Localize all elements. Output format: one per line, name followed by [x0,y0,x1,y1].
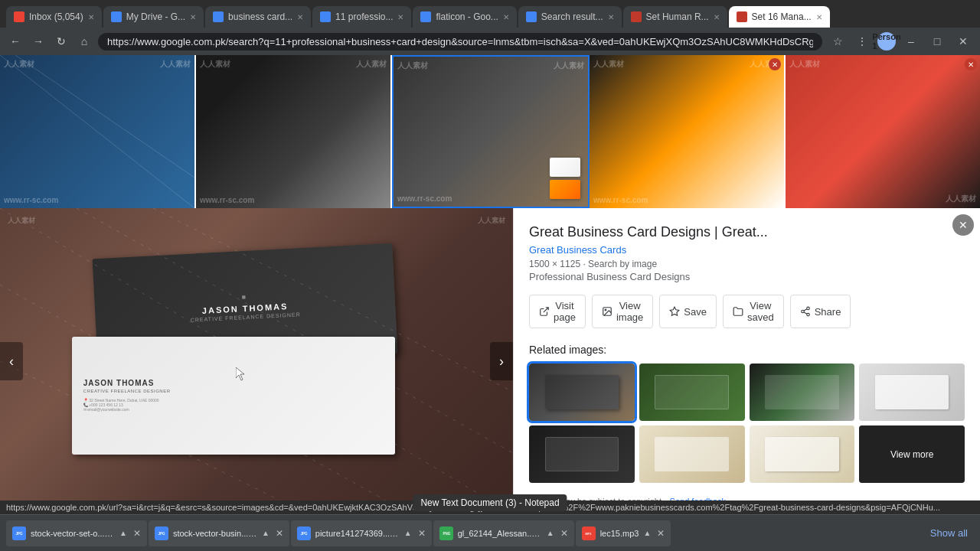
tab-close-gmail[interactable]: ✕ [88,13,94,21]
tab-label-set16: Set 16 Mana... [752,11,812,22]
related-thumb-7[interactable] [750,425,855,483]
svg-text:JPG: JPG [300,532,308,536]
tab-favicon-search [526,11,537,22]
tab-sethr[interactable]: Set Human R... ✕ [623,6,727,28]
related-thumb-view-more[interactable]: View more [859,425,965,483]
detail-image-container: ■ JASON THOMAS CREATIVE FREELANCE DESIGN… [0,208,513,514]
download-icon-2: JPG [155,527,168,540]
download-arrow-2[interactable]: ▲ [262,529,270,537]
address-input[interactable] [98,33,822,51]
watermark-tl-4: 人人素材 [593,59,624,70]
tab-favicon-flaticon [420,11,431,22]
settings-icon[interactable]: ⋮ [851,31,873,52]
tab-gmail[interactable]: Inbox (5,054) ✕ [6,6,102,28]
main-content: 人人素材 人人素材 www.rr-sc.com 人人素材 人人素材 www.rr… [0,55,980,514]
external-link-icon [539,306,550,317]
svg-marker-9 [671,308,680,316]
bookmark-icon [669,306,680,317]
close-window-button[interactable]: ✕ [952,31,974,52]
tab-search[interactable]: Search result... ✕ [518,6,622,28]
tab-close-flaticon[interactable]: ✕ [503,13,509,21]
tab-flaticon[interactable]: flaticon - Goo... ✕ [413,6,516,28]
tab-close-set16[interactable]: ✕ [816,13,822,21]
bookmark-icon[interactable]: ☆ [827,31,848,52]
download-item-5[interactable]: MP3 lec15.mp3 ▲ ✕ [576,520,671,546]
grid-image-1[interactable]: 人人素材 人人素材 www.rr-sc.com [0,55,196,208]
delete-icon-5[interactable]: ✕ [965,58,977,70]
detail-image[interactable]: ■ JASON THOMAS CREATIVE FREELANCE DESIGN… [0,208,513,514]
maximize-button[interactable]: □ [926,31,948,52]
download-icon-4: PNG [439,527,453,540]
download-item-1[interactable]: JPG stock-vector-set-o....jpg ▲ ✕ [6,520,147,546]
tab-bcard[interactable]: business card... ✕ [205,6,311,28]
download-close-1[interactable]: ✕ [133,528,141,539]
address-bar: ← → ↻ ⌂ ☆ ⋮ Person 1 – □ ✕ [0,28,980,55]
download-close-4[interactable]: ✕ [560,528,568,539]
download-close-3[interactable]: ✕ [418,528,426,539]
tab-label-drive: My Drive - G... [126,11,185,22]
tab-label-sethr: Set Human R... [646,11,709,22]
grid-image-5[interactable]: 人人素材 人人素材 ✕ [786,55,980,208]
download-item-2[interactable]: JPG stock-vector-busin....jpg ▲ ✕ [149,520,289,546]
tab-close-prof11[interactable]: ✕ [397,13,403,21]
card-contact-info: 📍 32 Street Name Here, Dubai, UAE 00000📞… [83,398,159,412]
watermark-br-5: 人人素材 [946,194,976,204]
home-button[interactable]: ⌂ [75,32,93,51]
detail-watermark-tl: 人人素材 [8,216,35,226]
download-name-4: gl_62144_Alessan...png [458,529,542,538]
tab-drive[interactable]: My Drive - G... ✕ [103,6,204,28]
panel-source[interactable]: Great Business Cards [529,244,965,256]
download-item-4[interactable]: PNG gl_62144_Alessan...png ▲ ✕ [433,520,574,546]
related-thumb-5[interactable] [529,425,635,483]
tab-close-search[interactable]: ✕ [608,13,614,21]
view-saved-button[interactable]: Viewsaved [723,295,784,328]
svg-point-12 [806,314,809,317]
show-all-button[interactable]: Show all [924,524,974,542]
download-arrow-3[interactable]: ▲ [404,529,412,537]
tab-favicon-prof11 [320,11,331,22]
download-arrow-5[interactable]: ▲ [643,529,651,537]
minimize-button[interactable]: – [900,31,922,52]
related-thumb-4[interactable] [859,364,965,421]
watermark-tl-5: 人人素材 [789,59,820,70]
grid-image-4[interactable]: 人人素材 人人素材 www.rr-sc.com ✕ [590,55,786,208]
prev-image-button[interactable]: ‹ [0,342,23,380]
watermark-bl-3: www.rr-sc.com [397,194,452,203]
share-button[interactable]: Share [790,295,851,328]
download-close-2[interactable]: ✕ [276,528,283,539]
panel-subtitle: Professional Business Card Designs [529,271,965,282]
download-close-5[interactable]: ✕ [657,528,665,539]
related-thumb-3[interactable] [750,364,855,421]
svg-text:JPG: JPG [158,532,165,536]
downloads-bar: JPG stock-vector-set-o....jpg ▲ ✕ JPG st… [0,514,980,551]
panel-title: Great Business Card Designs | Great... [529,223,965,241]
visit-page-button[interactable]: Visitpage [529,295,586,328]
related-thumb-1[interactable] [529,364,635,421]
close-panel-button[interactable]: ✕ [952,214,974,236]
download-arrow-1[interactable]: ▲ [119,529,127,537]
related-thumb-2[interactable] [639,364,745,421]
watermark-bl-4: www.rr-sc.com [593,196,648,204]
profile-button[interactable]: Person 1 [877,32,896,51]
tab-prof11[interactable]: 11 professio... ✕ [312,6,411,28]
delete-icon-4[interactable]: ✕ [769,58,781,70]
download-arrow-4[interactable]: ▲ [547,529,554,537]
tab-set16[interactable]: Set 16 Mana... ✕ [729,6,830,28]
download-item-3[interactable]: JPG picture141274369....jpg ▲ ✕ [291,520,432,546]
grid-image-2[interactable]: 人人素材 人人素材 www.rr-sc.com [196,55,392,208]
download-name-3: picture141274369....jpg [315,529,400,538]
save-button[interactable]: Save [659,295,717,328]
tab-close-drive[interactable]: ✕ [190,13,196,21]
view-more-label: View more [890,449,933,460]
card-light-sub: CREATIVE FREELANCE DESIGNER [83,389,171,393]
tab-close-sethr[interactable]: ✕ [714,13,720,21]
back-button[interactable]: ← [6,32,24,51]
reload-button[interactable]: ↻ [52,32,70,51]
forward-button[interactable]: → [29,32,47,51]
next-image-button[interactable]: › [490,342,513,380]
view-image-button[interactable]: Viewimage [592,295,653,328]
tab-close-bcard[interactable]: ✕ [297,13,303,21]
svg-point-8 [605,309,606,311]
grid-image-3[interactable]: 人人素材 人人素材 www.rr-sc.com [392,55,590,208]
related-thumb-6[interactable] [639,425,745,483]
